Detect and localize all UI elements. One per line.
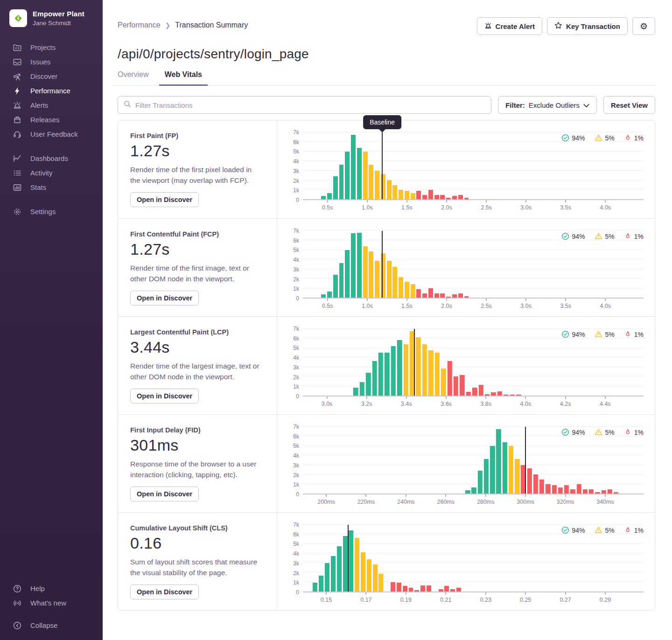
outliers-filter-dropdown[interactable]: Filter: Exclude Outliers	[498, 96, 597, 114]
histogram-bar	[472, 388, 477, 396]
histogram-bar	[399, 277, 403, 298]
sidebar: Empower Plant Jane Schmidt Projects Issu…	[0, 0, 103, 640]
histogram-bar	[447, 361, 452, 396]
open-in-discover-button[interactable]: Open in Discover	[130, 389, 199, 403]
vitals-status-badges: 94%5%1%	[561, 134, 644, 142]
y-tick-label: 0	[296, 197, 299, 203]
y-tick-label: 5k	[293, 345, 299, 351]
sidebar-item-label: Performance	[30, 87, 70, 95]
histogram-bar	[434, 195, 439, 199]
histogram-bar	[378, 353, 383, 396]
vital-panel-fp: First Paint (FP) 1.27s Render time of th…	[118, 120, 655, 218]
badge-fail: 1%	[624, 428, 644, 436]
tab-bar: Overview Web Vitals	[112, 70, 655, 86]
open-in-discover-button[interactable]: Open in Discover	[130, 192, 199, 207]
stats-icon	[13, 183, 21, 192]
sidebar-item-dashboards[interactable]: Dashboards	[0, 151, 103, 166]
help-icon	[13, 584, 21, 593]
sidebar-collapse-button[interactable]: Collapse	[0, 618, 103, 633]
create-alert-label: Create Alert	[496, 22, 535, 30]
x-tick-mark	[485, 397, 486, 399]
sidebar-item-issues[interactable]: Issues	[0, 55, 103, 69]
badge-fail: 1%	[624, 330, 644, 338]
baseline-marker	[414, 329, 415, 396]
histogram-bar	[458, 195, 463, 199]
y-tick-label: 4k	[293, 158, 299, 165]
histogram-bar	[484, 459, 489, 494]
key-transaction-button[interactable]: Key Transaction	[547, 17, 628, 35]
activity-icon	[13, 168, 21, 177]
x-tick-mark	[327, 397, 328, 399]
sidebar-item-whats-new[interactable]: What's new	[0, 596, 103, 610]
reset-view-button[interactable]: Reset View	[603, 96, 655, 114]
sidebar-item-discover[interactable]: Discover	[0, 69, 103, 83]
y-tick-label: 5k	[293, 247, 299, 253]
sidebar-item-label: Help	[30, 584, 45, 592]
histogram-bar	[446, 198, 451, 199]
breadcrumb-performance-link[interactable]: Performance	[118, 21, 161, 29]
y-axis-labels: 01k2k3k4k5k6k7k	[277, 513, 299, 611]
sidebar-item-settings[interactable]: Settings	[0, 204, 103, 219]
sidebar-item-user-feedback[interactable]: User Feedback	[0, 127, 103, 141]
badge-warn-value: 5%	[605, 429, 615, 436]
x-tick-label: 0.17	[360, 597, 371, 603]
x-tick-mark	[565, 592, 566, 595]
histogram-bar	[357, 233, 362, 298]
sidebar-item-performance[interactable]: Performance	[0, 83, 103, 98]
tab-web-vitals[interactable]: Web Vitals	[159, 70, 208, 86]
x-tick-label: 1.0s	[362, 303, 373, 309]
baseline-marker	[382, 231, 383, 298]
x-tick-mark	[525, 397, 526, 399]
y-tick-label: 2k	[293, 276, 299, 283]
breadcrumb: Performance ❯ Transaction Summary	[118, 17, 248, 29]
x-tick-label: 3.2s	[361, 401, 372, 407]
filter-transactions-input[interactable]	[135, 101, 485, 109]
sidebar-item-help[interactable]: Help	[0, 581, 103, 596]
histogram-bar	[490, 446, 495, 494]
histogram-bar	[392, 267, 397, 298]
sidebar-item-alerts[interactable]: Alerts	[0, 98, 103, 112]
x-tick-label: 0.15	[321, 597, 332, 603]
create-alert-button[interactable]: Create Alert	[477, 17, 542, 35]
whats-new-broadcast-icon	[13, 598, 21, 607]
x-tick-mark	[446, 397, 447, 399]
x-tick-mark	[565, 299, 566, 301]
x-tick-label: 240ms	[397, 499, 415, 505]
sidebar-item-activity[interactable]: Activity	[0, 166, 103, 180]
open-in-discover-button[interactable]: Open in Discover	[130, 291, 199, 306]
histogram-bar	[464, 198, 469, 199]
open-in-discover-label: Open in Discover	[137, 294, 192, 302]
sidebar-footer: Help What's new Collapse	[0, 581, 103, 633]
y-tick-label: 7k	[293, 522, 299, 528]
x-tick-mark	[605, 200, 606, 202]
histogram-bar	[397, 583, 401, 591]
open-in-discover-label: Open in Discover	[137, 490, 192, 498]
y-tick-label: 6k	[293, 335, 299, 342]
empower-plant-diamond-icon	[9, 9, 27, 27]
tab-overview[interactable]: Overview	[112, 70, 154, 86]
open-in-discover-button[interactable]: Open in Discover	[130, 584, 199, 599]
y-tick-label: 2k	[293, 570, 299, 577]
open-in-discover-button[interactable]: Open in Discover	[130, 487, 199, 501]
sidebar-item-label: User Feedback	[30, 130, 78, 138]
sidebar-item-label: Alerts	[30, 101, 48, 109]
filter-transactions-search[interactable]	[118, 96, 491, 114]
x-tick-label: 220ms	[357, 499, 375, 505]
vital-histogram-chart: 01k2k3k4k5k6k7k0.5s1.0s1.5s2.0s2.5s3.0s3…	[277, 219, 655, 316]
gridline	[303, 367, 644, 367]
sidebar-item-projects[interactable]: Projects	[0, 40, 103, 55]
x-tick-mark	[525, 494, 526, 497]
histogram-bar	[403, 344, 408, 396]
vitals-status-badges: 94%5%1%	[561, 232, 644, 240]
histogram-bar	[378, 574, 383, 591]
badge-fail-value: 1%	[634, 233, 644, 240]
sidebar-item-releases[interactable]: Releases	[0, 112, 103, 127]
transaction-settings-button[interactable]: ⚙	[632, 17, 655, 35]
sidebar-item-stats[interactable]: Stats	[0, 180, 103, 195]
badge-pass-value: 94%	[572, 429, 585, 436]
x-tick-label: 320ms	[557, 499, 574, 505]
vital-info: First Paint (FP) 1.27s Render time of th…	[118, 120, 277, 218]
x-tick-mark	[485, 494, 486, 497]
chart-plot: 200ms220ms240ms260ms280ms300ms320ms340ms…	[303, 427, 644, 494]
org-switcher[interactable]: Empower Plant Jane Schmidt	[0, 9, 103, 27]
